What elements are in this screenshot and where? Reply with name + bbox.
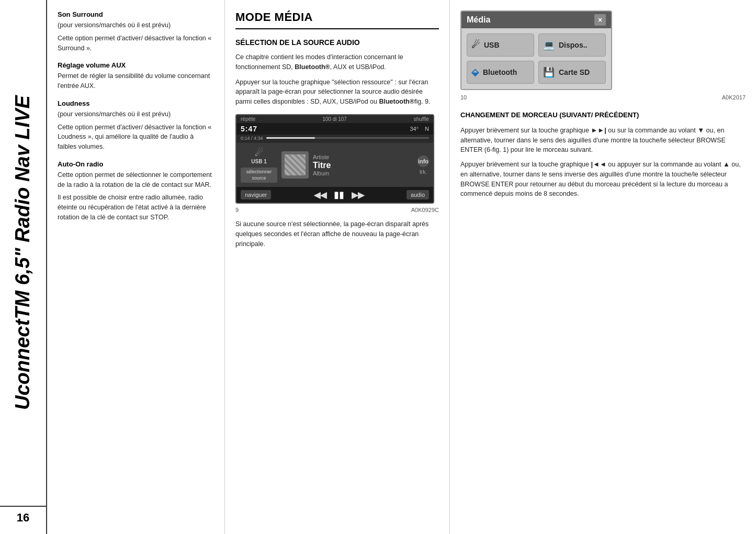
screen-left-panel: ☄ USB 1 sélectionner source — [241, 147, 277, 183]
usb-symbol-icon: ☄ — [255, 147, 263, 159]
screen-middle: ☄ USB 1 sélectionner source Artiste Titr… — [236, 143, 433, 187]
para-changement-2: Appuyer brièvement sur la touche graphiq… — [460, 159, 746, 199]
up-arrow-icon: ▲ — [723, 159, 730, 170]
para-loudness-1: (pour versions/marchés où il est prévu) — [58, 109, 214, 119]
fig10-code: A0K2017 — [722, 94, 746, 101]
media-title: Média — [467, 15, 490, 25]
selection-source-subtitle: SÉLECTION DE LA SOURCE AUDIO — [235, 38, 439, 47]
screen-time: 5:47 — [241, 125, 257, 133]
bluetooth-btn-label: Bluetooth — [483, 68, 517, 76]
next-track-icon: ►►| — [591, 125, 606, 136]
mode-media-title: MODE MÉDIA — [235, 10, 439, 29]
fig9-caption: 9 A0K0929C — [235, 207, 439, 213]
screen-right-info: 34° N — [410, 126, 429, 132]
screen-fig9: répète 100 di 107 shuffle 5:47 34° N 0:1… — [235, 114, 434, 204]
para-son-surround-2: Cette option permet d'activer/ désactive… — [58, 34, 214, 53]
sidebar-title: UconnectTM 6,5" Radio Nav LIVE — [0, 0, 46, 506]
column-3: Média × ☄ USB 💻 Dispos.. ⬙ Bluetooth — [450, 0, 756, 534]
fig10-caption: 10 A0K2017 — [460, 94, 746, 101]
usb-label: USB 1 — [251, 159, 266, 164]
page-number: 16 — [0, 506, 46, 529]
bluetooth-source-button[interactable]: ⬙ Bluetooth — [467, 61, 534, 84]
fig10-number: 10 — [460, 94, 467, 101]
track-album: Album — [313, 170, 413, 176]
sidebar: UconnectTM 6,5" Radio Nav LIVE 16 — [0, 0, 47, 534]
changement-morceau-subtitle: CHANGEMENT DE MORCEAU (suivant/ précéden… — [460, 111, 746, 120]
screen-direction: N — [425, 126, 429, 132]
repeat-label: répète — [241, 116, 255, 122]
media-titlebar: Média × — [461, 12, 611, 28]
down-arrow-icon: ▼ — [697, 125, 704, 136]
carte-sd-icon: 💾 — [543, 66, 555, 78]
dispos-source-button[interactable]: 💻 Dispos.. — [538, 34, 606, 57]
progress-track — [266, 137, 429, 139]
screen-right-panel: info trk. — [418, 155, 429, 175]
screen-bottom-bar: naviguer ◀◀ ▮▮ ▶▶ audio — [236, 187, 433, 203]
album-art — [281, 151, 309, 179]
column-2: MODE MÉDIA SÉLECTION DE LA SOURCE AUDIO … — [225, 0, 450, 534]
usb-btn-label: USB — [484, 41, 500, 49]
pause-button[interactable]: ▮▮ — [334, 189, 344, 201]
main-content: Son Surround (pour versions/marchés où i… — [47, 0, 756, 534]
progress-fill — [266, 137, 315, 139]
track-title: Titre — [313, 160, 413, 170]
usb-source-button[interactable]: ☄ USB — [467, 34, 534, 57]
prev-button[interactable]: ◀◀ — [314, 190, 326, 200]
carte-sd-source-button[interactable]: 💾 Carte SD — [538, 61, 606, 84]
para-changement-1: Appuyer brièvement sur la touche graphiq… — [460, 125, 746, 155]
usb-icon-area: ☄ USB 1 — [251, 147, 266, 164]
para-selection-1: Ce chapitre contient les modes d'interac… — [235, 52, 439, 72]
info-button[interactable]: info — [418, 155, 429, 167]
para-after-screen: Si aucune source n'est sélectionnée, la … — [235, 219, 439, 249]
album-art-image — [285, 154, 306, 175]
next-button[interactable]: ▶▶ — [352, 190, 364, 200]
media-close-button[interactable]: × — [594, 14, 606, 26]
screen-temp: 34° — [410, 126, 419, 132]
shuffle-label: shuffle — [414, 116, 429, 122]
screen-top-bar: 5:47 34° N — [236, 123, 433, 135]
media-screen-fig10: Média × ☄ USB 💻 Dispos.. ⬙ Bluetooth — [460, 10, 612, 90]
progress-time: 0:14 / 4:34 — [241, 136, 263, 141]
dispos-icon: 💻 — [543, 39, 555, 51]
para-selection-2: Appuyer sur la touche graphique "sélecti… — [235, 77, 439, 107]
para-auto-on-2: Il est possible de choisir entre radio a… — [58, 193, 214, 222]
usb-icon: ☄ — [471, 39, 480, 51]
fig9-code: A0K0929C — [411, 207, 439, 213]
playback-controls: ◀◀ ▮▮ ▶▶ — [314, 189, 364, 201]
audio-button[interactable]: audio — [407, 190, 429, 199]
para-auto-on-1: Cette option permet de sélectionner le c… — [58, 170, 214, 190]
screen-top-row: répète 100 di 107 shuffle — [236, 115, 433, 123]
progress-bar-area: 0:14 / 4:34 — [236, 135, 433, 143]
track-info: Artiste Titre Album — [313, 154, 413, 176]
navigate-button[interactable]: naviguer — [241, 190, 271, 199]
select-source-button[interactable]: sélectionner source — [241, 168, 277, 183]
prev-track-icon: |◄◄ — [591, 159, 606, 170]
para-son-surround-1: (pour versions/marchés où il est prévu) — [58, 20, 214, 30]
para-reglage-aux: Permet de régler la sensibilité du volum… — [58, 71, 214, 91]
fig9-number: 9 — [235, 207, 239, 213]
carte-sd-btn-label: Carte SD — [559, 68, 590, 76]
dispos-btn-label: Dispos.. — [559, 41, 587, 49]
para-loudness-2: Cette option permet d'activer/ désactive… — [58, 123, 214, 152]
bluetooth-icon: ⬙ — [471, 66, 479, 78]
track-artist: Artiste — [313, 154, 413, 160]
heading-auto-on: Auto-On radio — [58, 160, 214, 168]
heading-loudness: Loudness — [58, 99, 214, 107]
media-buttons-grid: ☄ USB 💻 Dispos.. ⬙ Bluetooth 💾 Carte SD — [461, 28, 611, 89]
track-count: 100 di 107 — [322, 116, 347, 122]
heading-reglage-aux: Réglage volume AUX — [58, 61, 214, 69]
column-1: Son Surround (pour versions/marchés où i… — [47, 0, 225, 534]
trk-label: trk. — [420, 169, 427, 175]
heading-son-surround: Son Surround — [58, 10, 214, 18]
